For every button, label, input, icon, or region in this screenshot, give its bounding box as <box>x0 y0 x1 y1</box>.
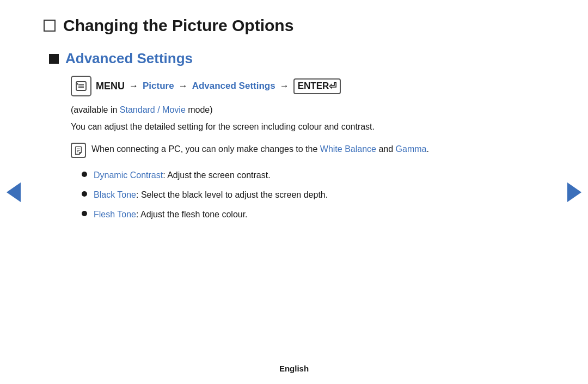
list-item-text: Flesh Tone: Adjust the flesh tone colour… <box>94 208 248 221</box>
gamma-link: Gamma <box>396 144 427 154</box>
footer: English <box>279 364 309 373</box>
menu-label: MENU <box>96 81 125 92</box>
section: Advanced Settings MENU → Picture → Advan… <box>44 50 544 221</box>
available-text: (available in Standard / Movie mode) <box>49 105 544 115</box>
standard-movie-link: Standard / Movie <box>120 105 186 114</box>
menu-path: MENU → Picture → Advanced Settings → ENT… <box>49 76 544 96</box>
description-text: You can adjust the detailed setting for … <box>49 120 544 133</box>
list-item-text: Black Tone: Select the black level to ad… <box>94 188 328 202</box>
white-balance-link: White Balance <box>320 144 376 154</box>
menu-icon <box>71 76 91 96</box>
nav-arrow-right[interactable] <box>567 182 581 202</box>
arrow1: → <box>129 81 138 92</box>
section-header: Advanced Settings <box>49 50 544 67</box>
section-title: Advanced Settings <box>65 50 193 67</box>
list-item-text: Dynamic Contrast: Adjust the screen cont… <box>94 169 271 182</box>
page-container: Changing the Picture Options Advanced Se… <box>0 0 588 384</box>
arrow3: → <box>280 81 289 92</box>
arrow2: → <box>179 81 188 92</box>
flesh-tone-link: Flesh Tone <box>94 210 136 219</box>
bullet-dot <box>82 172 87 177</box>
note-block: When connecting a PC, you can only make … <box>49 142 544 158</box>
main-title: Changing the Picture Options <box>63 16 293 35</box>
nav-arrow-left[interactable] <box>7 182 21 202</box>
list-item: Flesh Tone: Adjust the flesh tone colour… <box>82 208 544 221</box>
bullet-list: Dynamic Contrast: Adjust the screen cont… <box>49 169 544 221</box>
black-square-icon <box>49 54 59 64</box>
advanced-settings-label: Advanced Settings <box>192 81 275 92</box>
checkbox-icon <box>44 20 56 32</box>
list-item: Black Tone: Select the black level to ad… <box>82 188 544 202</box>
black-tone-link: Black Tone <box>94 190 136 199</box>
bullet-dot <box>82 211 87 216</box>
bullet-dot <box>82 191 87 197</box>
picture-label: Picture <box>143 81 174 92</box>
enter-label: ENTER⏎ <box>293 78 341 94</box>
main-heading: Changing the Picture Options <box>44 16 544 35</box>
dynamic-contrast-link: Dynamic Contrast <box>94 170 163 180</box>
list-item: Dynamic Contrast: Adjust the screen cont… <box>82 169 544 182</box>
note-text: When connecting a PC, you can only make … <box>91 142 429 156</box>
note-icon <box>71 143 86 158</box>
